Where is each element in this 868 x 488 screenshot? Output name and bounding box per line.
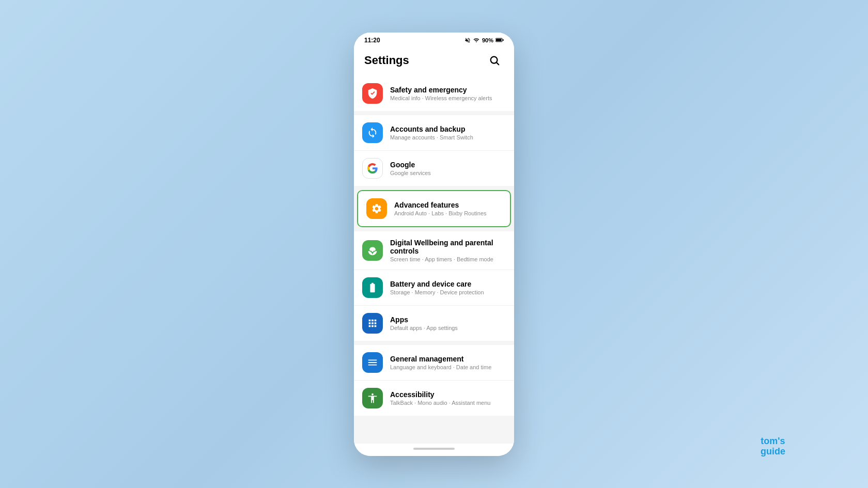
svg-rect-2 (496, 39, 502, 41)
settings-item-battery[interactable]: Battery and device care Storage · Memory… (354, 270, 514, 306)
settings-item-google[interactable]: Google Google services (354, 151, 514, 186)
google-subtitle: Google services (390, 170, 506, 176)
battery-icon (495, 37, 504, 43)
accounts-text: Accounts and backup Manage accounts · Sm… (390, 125, 506, 140)
general-subtitle: Language and keyboard · Date and time (390, 364, 506, 370)
settings-item-advanced[interactable]: Advanced features Android Auto · Labs · … (357, 190, 511, 227)
advanced-icon-wrapper (366, 198, 387, 219)
phone-frame: 11:20 90% Settings (354, 33, 514, 456)
accessibility-icon-wrapper (362, 388, 383, 408)
safety-subtitle: Medical info · Wireless emergency alerts (390, 95, 506, 101)
wellbeing-icon (367, 245, 378, 256)
battery-title: Battery and device care (390, 280, 506, 288)
toms-guide-line2: guide (761, 447, 785, 457)
apps-icon-wrapper (362, 313, 383, 334)
settings-list: Safety and emergency Medical info · Wire… (354, 76, 514, 444)
accessibility-text: Accessibility TalkBack · Mono audio · As… (390, 390, 506, 406)
google-text: Google Google services (390, 161, 506, 176)
status-bar: 11:20 90% (354, 33, 514, 46)
wellbeing-subtitle: Screen time · App timers · Bedtime mode (390, 256, 506, 262)
battery-subtitle: Storage · Memory · Device protection (390, 289, 506, 295)
battery-care-icon (367, 282, 378, 293)
advanced-subtitle: Android Auto · Labs · Bixby Routines (394, 210, 502, 216)
accounts-icon-wrapper (362, 122, 383, 143)
search-button[interactable] (485, 51, 504, 70)
settings-item-accessibility[interactable]: Accessibility TalkBack · Mono audio · As… (354, 381, 514, 416)
settings-item-safety[interactable]: Safety and emergency Medical info · Wire… (354, 76, 514, 111)
accessibility-title: Accessibility (390, 390, 506, 399)
time: 11:20 (364, 37, 380, 44)
settings-item-general[interactable]: General management Language and keyboard… (354, 345, 514, 381)
search-icon (489, 55, 500, 66)
general-title: General management (390, 355, 506, 363)
accounts-icon (367, 127, 378, 138)
apps-subtitle: Default apps · App settings (390, 325, 506, 331)
safety-icon (367, 88, 378, 99)
settings-group-safety: Safety and emergency Medical info · Wire… (354, 76, 514, 111)
page-title: Settings (364, 54, 409, 67)
google-title: Google (390, 161, 506, 169)
general-icon (367, 357, 378, 368)
toms-guide-line1: tom's (761, 436, 785, 447)
bottom-bar (354, 444, 514, 456)
accounts-title: Accounts and backup (390, 125, 506, 133)
accessibility-subtitle: TalkBack · Mono audio · Assistant menu (390, 400, 506, 406)
advanced-title: Advanced features (394, 201, 502, 209)
accounts-subtitle: Manage accounts · Smart Switch (390, 134, 506, 140)
settings-item-wellbeing[interactable]: Digital Wellbeing and parental controls … (354, 231, 514, 270)
wellbeing-icon-wrapper (362, 240, 383, 261)
safety-text: Safety and emergency Medical info · Wire… (390, 86, 506, 101)
settings-group-general: General management Language and keyboard… (354, 345, 514, 416)
signal-icon (473, 37, 480, 43)
advanced-icon (371, 203, 382, 214)
battery-text: Battery and device care Storage · Memory… (390, 280, 506, 295)
status-icons: 90% (464, 37, 504, 43)
settings-group-advanced: Advanced features Android Auto · Labs · … (357, 190, 511, 227)
apps-title: Apps (390, 316, 506, 324)
google-icon-wrapper (362, 158, 383, 179)
apps-icon (367, 318, 378, 329)
google-icon (367, 163, 378, 174)
toms-guide-watermark: tom's guide (761, 436, 785, 457)
advanced-text: Advanced features Android Auto · Labs · … (394, 201, 502, 216)
settings-group-accounts: Accounts and backup Manage accounts · Sm… (354, 115, 514, 186)
safety-title: Safety and emergency (390, 86, 506, 94)
battery-icon-wrapper (362, 277, 383, 298)
settings-header: Settings (354, 46, 514, 76)
home-indicator[interactable] (413, 448, 455, 450)
settings-group-wellbeing: Digital Wellbeing and parental controls … (354, 231, 514, 341)
general-text: General management Language and keyboard… (390, 355, 506, 370)
safety-icon-wrapper (362, 83, 383, 104)
svg-rect-1 (503, 39, 504, 41)
general-icon-wrapper (362, 352, 383, 373)
accessibility-icon (367, 392, 378, 404)
wellbeing-text: Digital Wellbeing and parental controls … (390, 239, 506, 262)
settings-item-accounts[interactable]: Accounts and backup Manage accounts · Sm… (354, 115, 514, 151)
settings-item-apps[interactable]: Apps Default apps · App settings (354, 306, 514, 341)
battery-text: 90% (482, 37, 493, 43)
apps-text: Apps Default apps · App settings (390, 316, 506, 331)
wellbeing-title: Digital Wellbeing and parental controls (390, 239, 506, 255)
svg-line-4 (497, 62, 499, 65)
mute-icon (464, 37, 471, 43)
